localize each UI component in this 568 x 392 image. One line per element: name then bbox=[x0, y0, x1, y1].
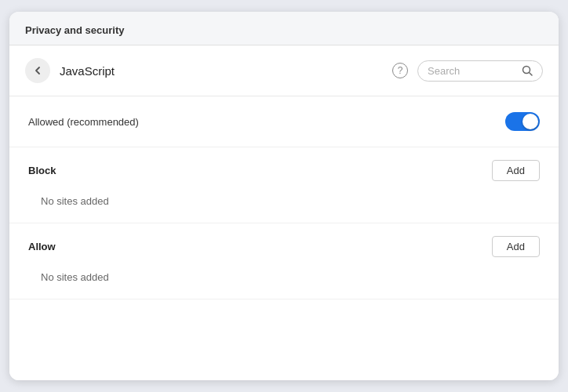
window-title: Privacy and security bbox=[25, 24, 124, 36]
help-icon[interactable]: ? bbox=[392, 63, 408, 78]
allow-section: Allow Add No sites added bbox=[9, 223, 559, 299]
toggle-track bbox=[505, 112, 540, 131]
toggle-label: Allowed (recommended) bbox=[28, 116, 139, 128]
window-title-bar: Privacy and security bbox=[9, 12, 559, 45]
page-title: JavaScript bbox=[60, 64, 115, 78]
search-box bbox=[417, 60, 543, 82]
allow-no-sites-text: No sites added bbox=[28, 265, 540, 286]
svg-line-1 bbox=[530, 73, 533, 76]
block-section-title: Block bbox=[28, 165, 56, 176]
allow-add-button[interactable]: Add bbox=[492, 236, 540, 257]
search-icon bbox=[522, 65, 533, 76]
back-arrow-icon bbox=[33, 66, 42, 75]
toggle-section: Allowed (recommended) bbox=[9, 96, 559, 147]
block-add-button[interactable]: Add bbox=[492, 160, 540, 181]
help-icon-label: ? bbox=[398, 65, 403, 76]
block-no-sites-text: No sites added bbox=[28, 189, 540, 210]
block-section-header: Block Add bbox=[28, 160, 540, 181]
content-area: JavaScript ? Allowed (recommended) bbox=[9, 45, 559, 380]
block-section: Block Add No sites added bbox=[9, 147, 559, 223]
search-input[interactable] bbox=[428, 65, 517, 77]
back-button[interactable] bbox=[25, 58, 50, 83]
allow-section-title: Allow bbox=[28, 241, 56, 252]
toggle-thumb bbox=[522, 114, 538, 129]
allowed-toggle[interactable] bbox=[505, 112, 540, 131]
settings-window: Privacy and security JavaScript ? bbox=[9, 12, 559, 380]
allow-section-header: Allow Add bbox=[28, 236, 540, 257]
page-header: JavaScript ? bbox=[9, 45, 559, 96]
